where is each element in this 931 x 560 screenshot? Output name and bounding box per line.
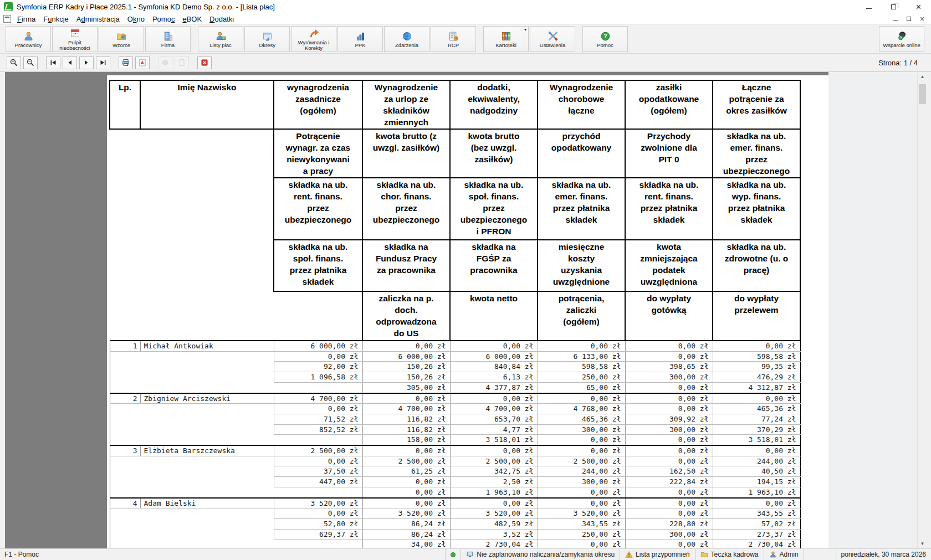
report-value-cell: 37,50 zł [274, 466, 362, 477]
report-value-cell: 222,84 zł [625, 477, 713, 487]
menu-pomoc[interactable]: Pomoc [149, 14, 178, 24]
menu-okno[interactable]: Okno [124, 14, 149, 24]
report-value-cell: 2 730,04 zł [713, 540, 800, 548]
vertical-scrollbar[interactable]: ▲ ▼ [917, 72, 927, 548]
report-header-cell: Wynagrodzenie za urlop ze składników zmi… [362, 80, 450, 129]
stop-icon [200, 58, 209, 67]
personnel-folder-link[interactable]: Teczka kadrowa [695, 549, 764, 560]
close-button[interactable]: ✕ [906, 0, 931, 13]
title-bar: Symfonia ERP Kadry i Płace 2025.1 - Symf… [0, 0, 931, 13]
report-header-cell: składka na FGŚP za pracownika [450, 240, 538, 291]
report-header-cell: Potrącenie wynagr. za czas niewykonywani… [274, 129, 362, 178]
report-value-cell: 3 518,01 zł [713, 435, 800, 445]
zoom-out-button[interactable] [23, 56, 38, 69]
minimize-button[interactable] [856, 0, 881, 13]
scroll-up-icon[interactable]: ▲ [918, 72, 927, 81]
mdi-restore-button[interactable] [902, 14, 915, 24]
report-value-cell: 116,82 zł [362, 414, 450, 424]
report-value-cell: 0,00 zł [538, 487, 625, 497]
table-row: 305,00 zł4 377,87 zł65,00 zł0,00 zł4 312… [110, 382, 800, 393]
toolbar-button-rcp[interactable]: RCP [431, 26, 476, 52]
first-page-button[interactable] [46, 56, 60, 69]
menu-ebok[interactable]: eBOK [178, 14, 206, 24]
row-spacer [110, 518, 274, 529]
reminders-link[interactable]: Lista przypomnień [620, 549, 694, 560]
report-value-cell: 0,00 zł [362, 393, 450, 404]
report-value-cell: 0,00 zł [274, 508, 362, 519]
report-value-cell: 116,82 zł [362, 424, 450, 435]
toolbar-button-listy-plac[interactable]: Listy płac [198, 26, 243, 52]
toolbar-button-ustawienia[interactable]: Ustawienia [530, 26, 575, 52]
mdi-close-button[interactable]: ✕ [915, 14, 929, 24]
report-value-cell: 0,00 zł [538, 435, 625, 445]
schedule-message[interactable]: Nie zaplanowano naliczania/zamykania okr… [461, 549, 620, 560]
previous-page-button[interactable] [63, 56, 77, 69]
next-page-button[interactable] [79, 56, 94, 69]
toolbar-button-wzorce[interactable]: Wzorce [99, 26, 144, 52]
green-status-icon [451, 552, 456, 557]
report-value-cell: 300,00 zł [625, 529, 713, 540]
report-value-cell: 629,37 zł [274, 529, 362, 540]
report-value-cell: 273,37 zł [713, 529, 800, 540]
toolbar-button-zdarzenia[interactable]: Zdarzenia [384, 26, 429, 52]
table-row: 0,00 zł6 000,00 zł6 000,00 zł6 133,00 zł… [110, 351, 800, 362]
next-page-icon [82, 58, 91, 67]
document-icon [177, 58, 186, 67]
report-value-cell: 57,02 zł [713, 518, 800, 529]
table-row: 37,50 zł61,25 zł342,75 zł244,00 zł162,50… [110, 466, 800, 477]
report-value-cell: 300,00 zł [538, 477, 625, 487]
page-indicator: Strona: 1 / 4 [878, 59, 924, 67]
send-icon [161, 58, 170, 67]
toolbar-button-wyrownania-korekty[interactable]: Wyrównania i Korekty [291, 26, 336, 52]
report-value-cell: 1 096,58 zł [274, 372, 362, 383]
toolbar-button-pulpit-nieobecnosci[interactable]: Pulpit nieobecności [52, 26, 98, 52]
table-row: 447,00 zł0,00 zł2,50 zł300,00 zł222,84 z… [110, 477, 800, 487]
report-value-cell: 370,29 zł [713, 424, 800, 435]
row-spacer [110, 372, 274, 383]
report-preview-area: Lp.Imię Nazwiskowynagrodzenia zasadnicze… [5, 72, 917, 548]
menu-firma[interactable]: Firma [13, 14, 39, 24]
periods-window-icon [262, 30, 273, 42]
report-value-cell: 598,58 zł [538, 362, 625, 372]
toolbar-button-pomoc[interactable]: ? Pomoc [582, 26, 628, 52]
table-row: składka na ub. społ. finans. przez płatn… [110, 240, 800, 291]
report-header-cell: Przychody zwolnione dla PIT 0 [625, 129, 713, 178]
report-header-cell: składka na ub. chor. finans. przez ubezp… [362, 178, 450, 240]
report-value-cell: 465,36 zł [713, 404, 800, 414]
last-page-button[interactable] [96, 56, 110, 69]
scroll-down-icon[interactable]: ▼ [918, 539, 927, 548]
print-button[interactable] [119, 56, 133, 69]
employee-name-cell: Adam Bielski [140, 498, 274, 508]
report-value-cell: 244,00 zł [538, 466, 625, 477]
report-value-cell: 0,00 zł [625, 351, 713, 362]
report-value-cell: 0,00 zł [274, 404, 362, 414]
row-spacer [110, 424, 274, 435]
status-indicator [445, 549, 461, 560]
restore-button[interactable] [881, 0, 906, 13]
preview-toolbar: Strona: 1 / 4 [0, 54, 931, 72]
zoom-in-icon [9, 58, 18, 67]
toolbar-button-wsparcie-online[interactable]: ? Wsparcie online [879, 26, 924, 52]
mdi-minimize-button[interactable] [889, 14, 902, 24]
menu-dodatki[interactable]: Dodatki [206, 14, 238, 24]
bar-chart-icon [355, 30, 366, 42]
row-spacer [110, 487, 362, 497]
report-header-cell: miesięczne koszty uzyskania uwzględnione [538, 240, 625, 291]
absence-calendar-icon [69, 27, 81, 39]
toolbar-button-okresy[interactable]: Okresy [244, 26, 290, 52]
export-pdf-button[interactable] [135, 56, 150, 69]
menu-administracja[interactable]: Administracja [73, 14, 124, 24]
row-number-cell: 4 [110, 498, 140, 508]
report-value-cell: 92,00 zł [274, 362, 362, 372]
close-preview-button[interactable] [197, 56, 212, 69]
templates-folder-icon [116, 30, 127, 42]
zoom-in-button[interactable] [7, 56, 21, 69]
toolbar-button-pracownicy[interactable]: Pracownicy [6, 26, 51, 52]
toolbar-button-firma[interactable]: Firma [145, 26, 191, 52]
toolbar-button-kartoteki[interactable]: ▾ Kartoteki [483, 26, 529, 52]
folder-icon [700, 551, 708, 558]
report-value-cell: 343,55 zł [713, 508, 800, 519]
menu-funkcje[interactable]: Funkcje [39, 14, 73, 24]
scrollbar-thumb[interactable] [919, 84, 926, 104]
toolbar-button-ppk[interactable]: PPK [337, 26, 383, 52]
